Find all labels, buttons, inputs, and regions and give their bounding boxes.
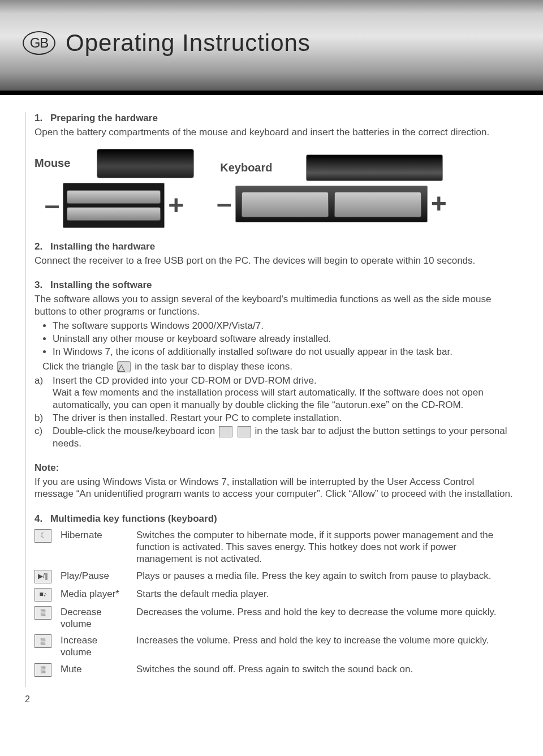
bullet: Uninstall any other mouse or keyboard so… bbox=[53, 333, 515, 345]
step-c-text1: Double-click the mouse/keyboard icon bbox=[53, 426, 215, 436]
step-a-letter: a) bbox=[35, 375, 45, 411]
click-line-a: Click the triangle bbox=[42, 361, 114, 372]
mouse-label: Mouse bbox=[35, 156, 68, 170]
language-badge: GB bbox=[23, 31, 55, 55]
mm-row: ▒Decrease volumeDecreases the volume. Pr… bbox=[35, 606, 515, 630]
mm-key-desc: Switches the sound off. Press again to s… bbox=[136, 663, 515, 675]
click-triangle-line: Click the triangle △ in the task bar to … bbox=[35, 360, 515, 373]
content-body: 1.Preparing the hardware Open the batter… bbox=[25, 112, 526, 687]
title-text: Operating Instructions bbox=[66, 28, 311, 58]
keyboard-lid-image bbox=[306, 154, 443, 181]
mm-key-desc: Starts the default media player. bbox=[136, 588, 515, 600]
plus-sign: + bbox=[168, 192, 184, 219]
minus-sign: – bbox=[217, 190, 232, 217]
step-a-line2: Wait a few moments and the installation … bbox=[53, 387, 484, 410]
section-1-body: Open the battery compartments of the mou… bbox=[35, 126, 515, 138]
vol-up-icon: ▒ bbox=[35, 634, 53, 648]
mm-key-name: Hibernate bbox=[61, 529, 128, 541]
step-c: c) Double-click the mouse/keyboard icon … bbox=[35, 425, 515, 449]
section-3-body: The software allows you to assign severa… bbox=[35, 293, 515, 317]
section-4-heading: 4.Multimedia key functions (keyboard) bbox=[35, 513, 515, 525]
mm-row: ■♪Media player*Starts the default media … bbox=[35, 588, 515, 602]
minus-sign: – bbox=[45, 192, 60, 219]
vol-down-icon: ▒ bbox=[35, 606, 53, 620]
banner-divider bbox=[0, 91, 543, 95]
mm-key-desc: Switches the computer to hibernate mode,… bbox=[136, 529, 515, 565]
mm-key-name: Media player* bbox=[61, 588, 128, 600]
mm-key-desc: Decreases the volume. Press and hold the… bbox=[136, 606, 515, 618]
step-b-letter: b) bbox=[35, 412, 45, 424]
step-a-line1: Insert the CD provided into your CD-ROM … bbox=[53, 375, 317, 386]
mm-key-name: Increase volume bbox=[61, 634, 128, 659]
step-b-text: The driver is then installed. Restart yo… bbox=[53, 412, 342, 424]
mm-row: ▒MuteSwitches the sound off. Press again… bbox=[35, 663, 515, 677]
mm-key-name: Mute bbox=[61, 663, 128, 675]
play-pause-icon: ▶/‖ bbox=[35, 570, 53, 583]
mm-row: ▶/‖Play/PausePlays or pauses a media fil… bbox=[35, 570, 515, 583]
page-number: 2 bbox=[25, 694, 543, 705]
section-2-title: Installing the hardware bbox=[50, 241, 155, 252]
mm-row: ☾HibernateSwitches the computer to hiber… bbox=[35, 529, 515, 565]
section-3-num: 3. bbox=[35, 279, 50, 291]
plus-sign: + bbox=[431, 190, 447, 217]
page-banner: GB Operating Instructions bbox=[0, 0, 543, 91]
keyboard-label: Keyboard bbox=[220, 161, 272, 175]
section-1-title: Preparing the hardware bbox=[50, 113, 158, 123]
mm-key-name: Play/Pause bbox=[61, 570, 128, 582]
note-body: If you are using Windows Vista or Window… bbox=[35, 476, 515, 500]
media-player-icon: ■♪ bbox=[35, 588, 53, 602]
section-3-heading: 3.Installing the software bbox=[35, 279, 515, 291]
section-3-steps: a) Insert the CD provided into your CD-R… bbox=[35, 375, 515, 449]
multimedia-table: ☾HibernateSwitches the computer to hiber… bbox=[35, 529, 515, 677]
section-2-num: 2. bbox=[35, 240, 50, 252]
bullet: The software supports Windows 2000/XP/Vi… bbox=[53, 320, 515, 332]
keyboard-tray-icon bbox=[238, 426, 251, 437]
section-2-body: Connect the receiver to a free USB port … bbox=[35, 255, 515, 267]
tray-triangle-icon: △ bbox=[117, 361, 131, 372]
section-3-bullets: The software supports Windows 2000/XP/Vi… bbox=[35, 320, 515, 358]
keyboard-compartment-image bbox=[235, 186, 428, 222]
section-4-num: 4. bbox=[35, 513, 50, 525]
section-3-title: Installing the software bbox=[50, 280, 152, 290]
mouse-tray-icon bbox=[219, 426, 232, 437]
mm-key-desc: Increases the volume. Press and hold the… bbox=[136, 634, 515, 646]
section-1-num: 1. bbox=[35, 112, 50, 124]
mm-key-desc: Plays or pauses a media file. Press the … bbox=[136, 570, 515, 582]
bullet: In Windows 7, the icons of additionally … bbox=[53, 346, 515, 358]
hibernate-icon: ☾ bbox=[35, 529, 53, 543]
section-1-heading: 1.Preparing the hardware bbox=[35, 112, 515, 124]
mouse-lid-image bbox=[97, 149, 194, 178]
section-2-heading: 2.Installing the hardware bbox=[35, 240, 515, 252]
step-a: a) Insert the CD provided into your CD-R… bbox=[35, 375, 515, 411]
step-c-letter: c) bbox=[35, 425, 45, 449]
step-b: b) The driver is then installed. Restart… bbox=[35, 412, 515, 424]
page-title: GB Operating Instructions bbox=[23, 28, 311, 58]
section-4-title: Multimedia key functions (keyboard) bbox=[50, 513, 217, 524]
mm-key-name: Decrease volume bbox=[61, 606, 128, 630]
mouse-compartment-image bbox=[63, 183, 165, 228]
mm-row: ▒Increase volumeIncreases the volume. Pr… bbox=[35, 634, 515, 659]
click-line-b: in the task bar to display these icons. bbox=[135, 361, 292, 372]
hardware-figure: Mouse – + Keyboard – + bbox=[35, 149, 515, 228]
note-heading: Note: bbox=[35, 462, 515, 474]
mute-icon: ▒ bbox=[35, 663, 53, 677]
